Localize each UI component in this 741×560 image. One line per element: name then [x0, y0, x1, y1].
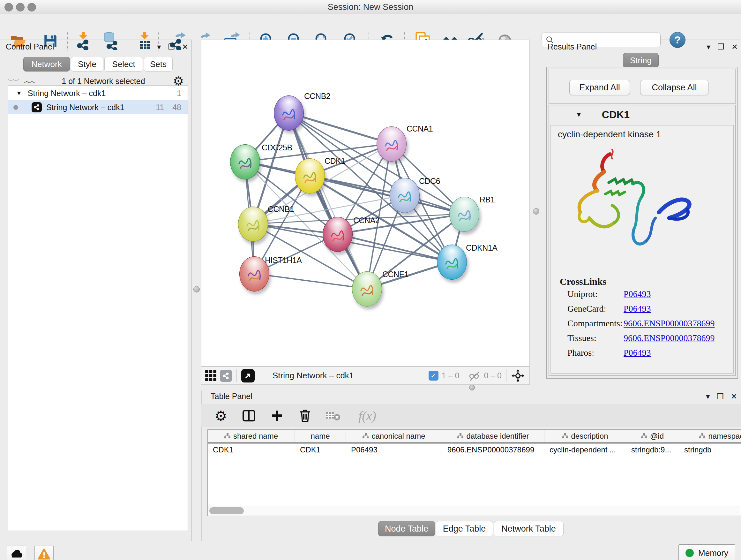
gene-entry: ▼ CDK1 cyclin-dependent kinase 1 — [549, 105, 736, 376]
gene-entry-header[interactable]: ▼ CDK1 — [549, 105, 735, 124]
tab-style[interactable]: Style — [71, 57, 104, 71]
table-settings-gear-icon[interactable]: ⚙ — [212, 408, 229, 424]
network-tree: ▼ String Network – cdk1 1 String Network… — [8, 85, 188, 531]
expand-all-button[interactable]: Expand All — [569, 80, 630, 95]
show-columns-icon[interactable] — [241, 408, 257, 424]
table-cell[interactable]: stringdb:9... — [626, 443, 679, 456]
table-cell[interactable]: CDK1 — [295, 443, 346, 456]
vertical-splitter-right[interactable] — [530, 40, 542, 386]
column-header-namespace[interactable]: namespace — [679, 430, 741, 442]
panel-collapse-icon[interactable]: ▾ — [706, 43, 711, 51]
column-header-name[interactable]: name — [295, 430, 346, 442]
control-panel-tabs: NetworkStyleSelectSets — [23, 57, 173, 71]
main-toolbar: ? — [0, 14, 741, 40]
horizontal-scrollbar[interactable] — [208, 506, 740, 515]
column-header-canonical-name[interactable]: canonical name — [346, 430, 442, 442]
table-cell[interactable]: CDK1 — [208, 443, 295, 456]
network-canvas[interactable]: CCNB2CCNA1CDC25BCDK1CDC6RB1CCNB1CCNA2CDK… — [201, 40, 530, 367]
panel-close-icon[interactable]: ✕ — [182, 43, 188, 51]
warnings-button[interactable] — [35, 546, 54, 560]
network-collection-row[interactable]: ▼ String Network – cdk1 1 — [8, 86, 188, 100]
panel-close-icon[interactable]: ✕ — [731, 43, 738, 51]
crosslink-link[interactable]: 9606.ENSP00000378699 — [623, 333, 715, 343]
crosslinks-list: Uniprot:P06493GeneCard:P06493Compartment… — [551, 289, 733, 358]
table-cell[interactable]: stringdb — [679, 443, 741, 456]
collapse-all-tree-icon[interactable]: ﹀﹀ — [8, 76, 18, 86]
network-node-cdkn1a[interactable] — [437, 245, 467, 280]
gene-description: cyclin-dependent kinase 1 — [558, 129, 733, 139]
network-row-selected[interactable]: String Network – cdk1 11 48 — [8, 100, 188, 114]
add-column-icon[interactable] — [269, 408, 285, 424]
table-panel-title: Table Panel — [211, 392, 253, 401]
splitter-grip[interactable] — [533, 208, 539, 214]
network-node-ccne1[interactable] — [352, 271, 382, 307]
crosslink-link[interactable]: 9606.ENSP00000378699 — [623, 318, 715, 328]
open-in-browser-icon[interactable] — [241, 369, 255, 382]
protein-ribbon-icon — [280, 104, 298, 125]
tree-expand-icon[interactable]: ▼ — [16, 90, 22, 97]
table-row: CDK1CDK1P064939606.ENSP00000378699cyclin… — [208, 443, 741, 456]
splitter-grip[interactable] — [193, 286, 200, 293]
tab-node-table[interactable]: Node Table — [378, 521, 435, 537]
crosslink-label: Tissues: — [567, 333, 623, 343]
expand-all-tree-icon[interactable]: ︿︿ — [23, 76, 34, 86]
network-node-cdc6[interactable] — [390, 178, 420, 213]
network-node-ccna1[interactable] — [377, 126, 407, 162]
network-node-cdc25b[interactable] — [230, 144, 260, 179]
tab-edge-table[interactable]: Edge Table — [435, 521, 493, 537]
tab-sets[interactable]: Sets — [144, 57, 173, 71]
results-buttons-box: Expand All Collapse All — [549, 69, 736, 104]
panel-collapse-icon[interactable]: ▾ — [706, 392, 710, 401]
table-toolbar: ⚙ f(x) — [201, 404, 741, 427]
table-cell[interactable]: 9606.ENSP00000378699 — [442, 443, 544, 456]
network-selection-status: 1 of 1 Network selected — [34, 77, 173, 86]
network-node-rb1[interactable] — [449, 197, 479, 232]
grid-view-icon[interactable] — [204, 368, 218, 384]
tab-network-table[interactable]: Network Table — [494, 521, 563, 537]
network-edge[interactable] — [288, 113, 391, 144]
birdseye-navigator-icon[interactable] — [511, 369, 525, 383]
network-edge[interactable] — [254, 273, 367, 289]
node-label-ccna2: CCNA2 — [353, 216, 380, 225]
tab-network[interactable]: Network — [23, 57, 70, 71]
network-node-ccnb1[interactable] — [238, 206, 268, 242]
panel-collapse-icon[interactable]: ▾ — [157, 43, 161, 51]
selected-checkbox-icon[interactable]: ✓ — [428, 371, 439, 381]
network-node-cdk1[interactable] — [295, 159, 325, 193]
scrollbar-thumb[interactable] — [209, 507, 244, 514]
table-cell[interactable]: P06493 — [346, 443, 442, 456]
delete-table-icon[interactable] — [325, 408, 341, 424]
delete-column-trash-icon[interactable] — [297, 408, 313, 424]
crosslink-link[interactable]: P06493 — [623, 304, 651, 314]
crosslink-link[interactable]: P06493 — [623, 289, 651, 299]
panel-float-icon[interactable]: ❒ — [168, 43, 175, 51]
panel-float-icon[interactable]: ❒ — [717, 392, 724, 401]
protein-ribbon-icon — [395, 186, 414, 207]
collapse-all-button[interactable]: Collapse All — [640, 80, 709, 95]
hidden-counts: 0 – 0 — [484, 371, 502, 380]
protein-ribbon-icon — [382, 134, 401, 155]
vertical-splitter-left[interactable] — [192, 40, 202, 541]
memory-button[interactable]: Memory — [678, 544, 735, 560]
network-node-ccna2[interactable] — [323, 217, 353, 252]
table-cell[interactable]: cyclin-dependent ... — [544, 443, 626, 456]
panel-close-icon[interactable]: ✕ — [731, 392, 737, 401]
string-style-icon[interactable] — [220, 370, 232, 382]
tab-string[interactable]: String — [623, 53, 659, 68]
column-header--id[interactable]: @id — [626, 430, 679, 442]
collapse-entry-icon[interactable]: ▼ — [576, 111, 582, 118]
tab-select[interactable]: Select — [105, 57, 143, 71]
splitter-grip[interactable] — [469, 385, 475, 390]
collection-name: String Network – cdk1 — [28, 89, 106, 98]
control-panel: Control Panel ▾ ❒ ✕ NetworkStyleSelectSe… — [0, 40, 192, 541]
cloud-status-button[interactable] — [7, 546, 26, 560]
crosslink-link[interactable]: P06493 — [623, 348, 651, 358]
column-header-database-identifier[interactable]: database identifier — [442, 430, 544, 442]
column-header-description[interactable]: description — [544, 430, 626, 442]
network-node-ccnb2[interactable] — [274, 96, 304, 131]
warning-icon — [38, 548, 51, 560]
column-header-shared-name[interactable]: shared name — [208, 430, 295, 442]
node-table: shared namenamecanonical namedatabase id… — [207, 429, 741, 516]
panel-float-icon[interactable]: ❒ — [718, 43, 724, 51]
crosslink-row: Compartments:9606.ENSP00000378699 — [567, 318, 733, 328]
